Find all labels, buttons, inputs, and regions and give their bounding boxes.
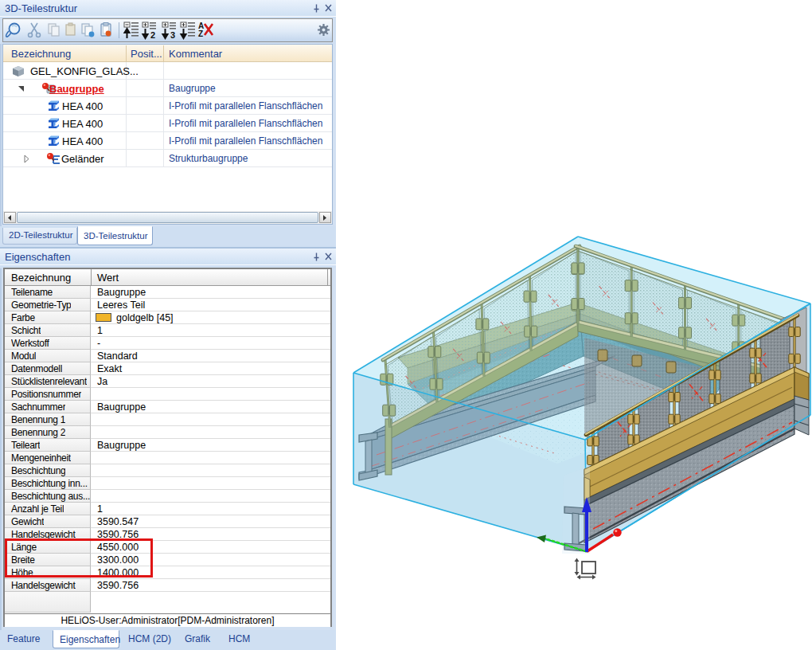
svg-text:2: 2 [150,30,155,40]
svg-text:Z: Z [198,29,203,38]
svg-text:3: 3 [170,30,175,40]
